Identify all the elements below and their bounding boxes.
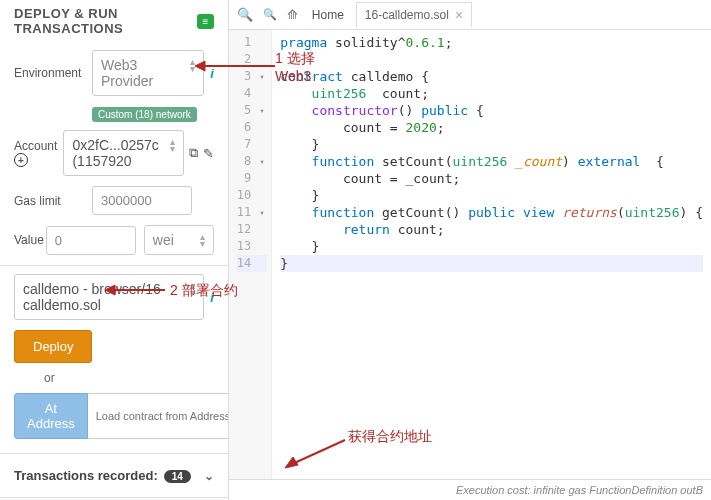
contract-select[interactable]: calldemo - browser/16-calldemo.sol ▴▾ [14,274,204,320]
chevron-down-icon[interactable]: ⌄ [204,469,214,483]
panel-title: DEPLOY & RUN TRANSACTIONS [14,6,191,36]
chevron-updown-icon: ▴▾ [190,58,195,72]
zoom-in-icon[interactable]: 🔍 [235,7,255,22]
status-bar: Execution cost: infinite gas FunctionDef… [229,479,711,500]
tx-count-badge: 14 [164,470,191,483]
value-input[interactable] [46,226,136,255]
source-code[interactable]: pragma solidity^0.6.1; contract calldemo… [272,30,711,479]
value-label: Value [14,233,46,247]
zoom-out-icon[interactable]: 🔍 [261,8,279,21]
gas-label: Gas limit [14,194,92,208]
chevron-updown-icon: ▴▾ [200,233,205,247]
account-label: Account + [14,139,63,168]
copy-icon[interactable]: ⧉ [189,145,198,161]
info-icon[interactable]: i [210,290,214,305]
deploy-button[interactable]: Deploy [14,330,92,363]
home-icon[interactable]: ⟰ [285,7,300,22]
or-text: or [44,371,214,385]
close-tab-icon[interactable]: × [455,7,463,23]
line-gutter: 1234567891011121314 [229,30,272,479]
info-icon[interactable]: i [210,66,214,81]
env-label: Environment [14,66,92,80]
at-address-input[interactable] [88,393,229,439]
home-tab[interactable]: Home [306,6,350,24]
transactions-label: Transactions recorded:14 [14,468,191,483]
plus-icon[interactable]: + [14,153,28,167]
chevron-updown-icon: ▴▾ [190,282,195,296]
at-address-button[interactable]: At Address [14,393,88,439]
value-unit-select[interactable]: wei ▴▾ [144,225,214,255]
file-tab[interactable]: 16-calldemo.sol × [356,2,472,28]
environment-select[interactable]: Web3 Provider ▴▾ [92,50,204,96]
edit-icon[interactable]: ✎ [203,146,214,161]
gas-limit-input[interactable] [92,186,192,215]
chevron-updown-icon: ▴▾ [170,138,175,152]
panel-badge-icon: ≡ [197,14,213,29]
account-select[interactable]: 0x2fC...0257c (1157920 ▴▾ [63,130,183,176]
network-badge: Custom (18) network [92,107,197,122]
